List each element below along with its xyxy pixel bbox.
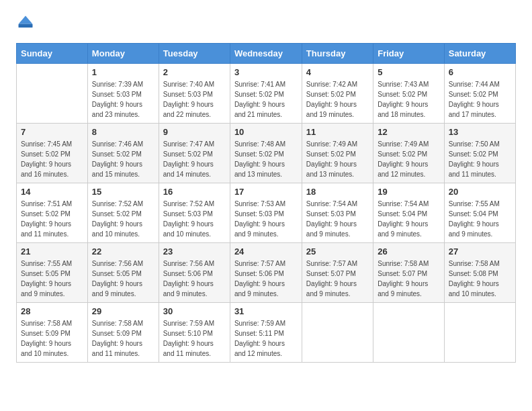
calendar-cell: 11Sunrise: 7:49 AMSunset: 5:02 PMDayligh… [302, 124, 373, 183]
sunset-text: Sunset: 5:02 PM [234, 149, 298, 159]
calendar-cell [17, 64, 88, 124]
day-number: 20 [449, 187, 511, 197]
day-detail: Sunrise: 7:41 AMSunset: 5:02 PMDaylight:… [234, 79, 298, 120]
day-detail: Sunrise: 7:39 AMSunset: 5:03 PMDaylight:… [92, 79, 154, 120]
day-detail: Sunrise: 7:53 AMSunset: 5:03 PMDaylight:… [234, 199, 298, 239]
day-detail: Sunrise: 7:52 AMSunset: 5:02 PMDaylight:… [92, 199, 154, 239]
day-number: 8 [92, 127, 154, 137]
sunset-text: Sunset: 5:04 PM [378, 209, 440, 219]
day-number: 13 [449, 127, 511, 137]
day-number: 1 [92, 67, 154, 77]
day-detail: Sunrise: 7:57 AMSunset: 5:07 PMDaylight:… [306, 259, 369, 299]
calendar-cell: 26Sunrise: 7:58 AMSunset: 5:07 PMDayligh… [373, 243, 445, 303]
day-number: 17 [234, 187, 298, 197]
day-number: 2 [163, 67, 226, 77]
calendar-cell: 2Sunrise: 7:40 AMSunset: 5:03 PMDaylight… [159, 64, 230, 124]
calendar-week-row: 14Sunrise: 7:51 AMSunset: 5:02 PMDayligh… [17, 183, 516, 243]
day-number: 18 [306, 187, 369, 197]
sunrise-text: Sunrise: 7:43 AM [378, 79, 440, 89]
day-number: 28 [21, 306, 83, 316]
day-detail: Sunrise: 7:44 AMSunset: 5:02 PMDaylight:… [449, 79, 511, 120]
sunset-text: Sunset: 5:02 PM [449, 89, 511, 99]
calendar-cell: 19Sunrise: 7:54 AMSunset: 5:04 PMDayligh… [373, 183, 445, 243]
calendar-week-row: 7Sunrise: 7:45 AMSunset: 5:02 PMDaylight… [17, 124, 516, 183]
sunset-text: Sunset: 5:02 PM [21, 209, 83, 219]
daylight-text: Daylight: 9 hours and 11 minutes. [21, 219, 83, 239]
sunrise-text: Sunrise: 7:56 AM [163, 259, 226, 269]
calendar-week-row: 21Sunrise: 7:55 AMSunset: 5:05 PMDayligh… [17, 243, 516, 303]
day-number: 9 [163, 127, 226, 137]
day-detail: Sunrise: 7:58 AMSunset: 5:07 PMDaylight:… [378, 259, 440, 299]
sunset-text: Sunset: 5:10 PM [163, 328, 226, 338]
calendar-header-thursday: Thursday [302, 44, 373, 64]
calendar-cell: 17Sunrise: 7:53 AMSunset: 5:03 PMDayligh… [230, 183, 302, 243]
day-number: 15 [92, 187, 154, 197]
calendar-cell: 23Sunrise: 7:56 AMSunset: 5:06 PMDayligh… [159, 243, 230, 303]
sunset-text: Sunset: 5:03 PM [306, 209, 369, 219]
daylight-text: Daylight: 9 hours and 12 minutes. [378, 159, 440, 179]
daylight-text: Daylight: 9 hours and 19 minutes. [306, 99, 369, 120]
day-detail: Sunrise: 7:55 AMSunset: 5:04 PMDaylight:… [449, 199, 511, 239]
calendar-cell: 1Sunrise: 7:39 AMSunset: 5:03 PMDaylight… [87, 64, 159, 124]
sunrise-text: Sunrise: 7:42 AM [306, 79, 369, 89]
logo [16, 13, 38, 32]
sunset-text: Sunset: 5:02 PM [234, 89, 298, 99]
sunrise-text: Sunrise: 7:48 AM [234, 139, 298, 149]
day-detail: Sunrise: 7:49 AMSunset: 5:02 PMDaylight:… [378, 139, 440, 179]
sunset-text: Sunset: 5:04 PM [449, 209, 511, 219]
calendar-cell: 24Sunrise: 7:57 AMSunset: 5:06 PMDayligh… [230, 243, 302, 303]
calendar-header-saturday: Saturday [444, 44, 515, 64]
daylight-text: Daylight: 9 hours and 9 minutes. [449, 219, 511, 239]
calendar-table: SundayMondayTuesdayWednesdayThursdayFrid… [16, 43, 516, 363]
daylight-text: Daylight: 9 hours and 9 minutes. [163, 279, 226, 299]
sunset-text: Sunset: 5:03 PM [163, 89, 226, 99]
day-detail: Sunrise: 7:50 AMSunset: 5:02 PMDaylight:… [449, 139, 511, 179]
sunrise-text: Sunrise: 7:50 AM [449, 139, 511, 149]
daylight-text: Daylight: 9 hours and 11 minutes. [92, 338, 154, 359]
sunrise-text: Sunrise: 7:45 AM [21, 139, 83, 149]
sunrise-text: Sunrise: 7:58 AM [449, 259, 511, 269]
calendar-cell: 25Sunrise: 7:57 AMSunset: 5:07 PMDayligh… [302, 243, 373, 303]
sunset-text: Sunset: 5:02 PM [163, 149, 226, 159]
calendar-cell: 21Sunrise: 7:55 AMSunset: 5:05 PMDayligh… [17, 243, 88, 303]
day-detail: Sunrise: 7:57 AMSunset: 5:06 PMDaylight:… [234, 259, 298, 299]
daylight-text: Daylight: 9 hours and 23 minutes. [92, 99, 154, 120]
svg-marker-0 [19, 16, 33, 24]
svg-rect-1 [19, 24, 33, 28]
daylight-text: Daylight: 9 hours and 9 minutes. [306, 219, 369, 239]
calendar-cell: 31Sunrise: 7:59 AMSunset: 5:11 PMDayligh… [230, 303, 302, 363]
sunset-text: Sunset: 5:02 PM [306, 89, 369, 99]
daylight-text: Daylight: 9 hours and 18 minutes. [378, 99, 440, 120]
calendar-header-row: SundayMondayTuesdayWednesdayThursdayFrid… [17, 44, 516, 64]
day-detail: Sunrise: 7:45 AMSunset: 5:02 PMDaylight:… [21, 139, 83, 179]
day-number: 31 [234, 306, 298, 316]
daylight-text: Daylight: 9 hours and 10 minutes. [163, 219, 226, 239]
daylight-text: Daylight: 9 hours and 9 minutes. [378, 219, 440, 239]
sunset-text: Sunset: 5:02 PM [378, 89, 440, 99]
sunrise-text: Sunrise: 7:57 AM [234, 259, 298, 269]
day-detail: Sunrise: 7:49 AMSunset: 5:02 PMDaylight:… [306, 139, 369, 179]
day-detail: Sunrise: 7:58 AMSunset: 5:08 PMDaylight:… [449, 259, 511, 299]
calendar-cell: 16Sunrise: 7:52 AMSunset: 5:03 PMDayligh… [159, 183, 230, 243]
sunset-text: Sunset: 5:02 PM [92, 209, 154, 219]
day-detail: Sunrise: 7:42 AMSunset: 5:02 PMDaylight:… [306, 79, 369, 120]
calendar-cell: 18Sunrise: 7:54 AMSunset: 5:03 PMDayligh… [302, 183, 373, 243]
day-number: 21 [21, 246, 83, 257]
day-number: 14 [21, 187, 83, 197]
sunrise-text: Sunrise: 7:47 AM [163, 139, 226, 149]
day-number: 26 [378, 246, 440, 257]
calendar-body: 1Sunrise: 7:39 AMSunset: 5:03 PMDaylight… [17, 64, 516, 363]
calendar-week-row: 28Sunrise: 7:58 AMSunset: 5:09 PMDayligh… [17, 303, 516, 363]
sunset-text: Sunset: 5:11 PM [234, 328, 298, 338]
sunset-text: Sunset: 5:02 PM [378, 149, 440, 159]
sunrise-text: Sunrise: 7:46 AM [92, 139, 154, 149]
calendar-header-wednesday: Wednesday [230, 44, 302, 64]
sunrise-text: Sunrise: 7:59 AM [234, 318, 298, 328]
day-detail: Sunrise: 7:59 AMSunset: 5:10 PMDaylight:… [163, 318, 226, 359]
day-number: 23 [163, 246, 226, 257]
day-detail: Sunrise: 7:40 AMSunset: 5:03 PMDaylight:… [163, 79, 226, 120]
sunrise-text: Sunrise: 7:49 AM [306, 139, 369, 149]
day-detail: Sunrise: 7:56 AMSunset: 5:05 PMDaylight:… [92, 259, 154, 299]
calendar-header-friday: Friday [373, 44, 445, 64]
day-detail: Sunrise: 7:56 AMSunset: 5:06 PMDaylight:… [163, 259, 226, 299]
